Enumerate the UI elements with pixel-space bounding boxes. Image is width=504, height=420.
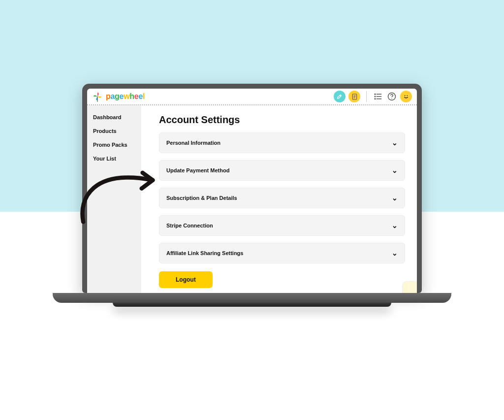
chevron-down-icon: ⌄ [392, 139, 398, 147]
app-header: pagewheel [87, 89, 417, 105]
list-icon[interactable] [373, 91, 383, 102]
laptop-mockup: pagewheel [82, 84, 422, 307]
accordion-personal-information[interactable]: Personal Information ⌄ [159, 132, 405, 153]
svg-point-7 [375, 96, 376, 97]
svg-point-14 [405, 95, 406, 96]
chevron-down-icon: ⌄ [392, 166, 398, 174]
accordion-stripe-connection[interactable]: Stripe Connection ⌄ [159, 215, 405, 236]
accordion-affiliate-link-sharing[interactable]: Affiliate Link Sharing Settings ⌄ [159, 243, 405, 263]
chevron-down-icon: ⌄ [392, 249, 398, 257]
accordion-label: Update Payment Method [166, 167, 229, 173]
sidebar-item-products[interactable]: Products [93, 128, 141, 134]
help-icon[interactable] [386, 91, 397, 102]
chevron-down-icon: ⌄ [392, 222, 398, 229]
accordion-label: Personal Information [166, 140, 220, 146]
chat-tab[interactable] [402, 281, 417, 293]
pinwheel-logo-icon [92, 91, 103, 102]
svg-point-12 [391, 98, 392, 99]
chevron-down-icon: ⌄ [392, 194, 398, 202]
rocket-icon[interactable] [334, 91, 346, 102]
accordion-label: Affiliate Link Sharing Settings [166, 250, 243, 256]
sidebar-item-dashboard[interactable]: Dashboard [93, 114, 141, 120]
smiley-icon[interactable] [400, 91, 412, 102]
accordion-update-payment-method[interactable]: Update Payment Method ⌄ [159, 160, 405, 181]
document-icon[interactable] [348, 91, 360, 102]
main-content: Account Settings Personal Information ⌄ … [141, 105, 417, 293]
accordion-label: Stripe Connection [166, 223, 213, 228]
svg-point-13 [403, 93, 410, 100]
logout-button[interactable]: Logout [159, 271, 213, 288]
svg-point-5 [375, 94, 376, 95]
sidebar-item-promo-packs[interactable]: Promo Packs [93, 142, 141, 148]
logo-text: pagewheel [106, 92, 145, 101]
sidebar: Dashboard Products Promo Packs Your List [87, 105, 141, 293]
accordion-label: Subscription & Plan Details [166, 195, 237, 201]
sidebar-item-your-list[interactable]: Your List [93, 156, 141, 162]
svg-point-15 [407, 95, 408, 96]
accordion-subscription-plan-details[interactable]: Subscription & Plan Details ⌄ [159, 188, 405, 208]
svg-point-9 [375, 98, 376, 99]
page-title: Account Settings [159, 114, 405, 126]
